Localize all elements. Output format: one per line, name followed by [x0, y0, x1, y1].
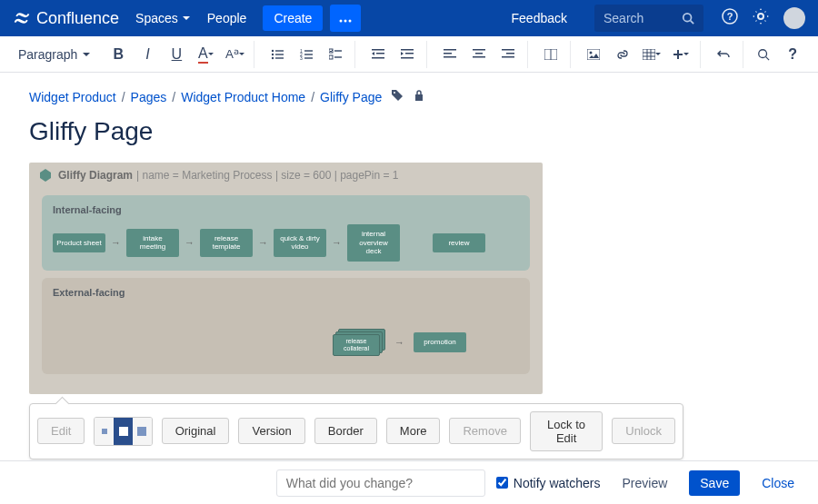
- help-icon[interactable]: ?: [722, 8, 738, 28]
- diagram-node: Product sheet: [53, 233, 105, 253]
- svg-rect-16: [304, 54, 313, 54]
- size-small-button[interactable]: [95, 418, 114, 445]
- macro-original-button[interactable]: Original: [162, 418, 230, 444]
- help-button[interactable]: ?: [780, 41, 805, 68]
- svg-rect-26: [401, 49, 414, 51]
- preview-button[interactable]: Preview: [611, 470, 678, 496]
- svg-rect-10: [275, 54, 284, 54]
- bold-button[interactable]: B: [105, 41, 132, 68]
- diagram-node-stack: release collateral: [333, 329, 385, 356]
- svg-line-4: [691, 21, 694, 25]
- svg-point-49: [759, 49, 767, 57]
- svg-point-11: [272, 56, 274, 58]
- svg-point-51: [394, 92, 395, 94]
- svg-rect-28: [401, 57, 414, 59]
- undo-button[interactable]: [710, 41, 737, 68]
- gear-icon[interactable]: [753, 8, 769, 28]
- macro-more-button[interactable]: More: [386, 418, 441, 444]
- svg-point-9: [272, 53, 274, 54]
- svg-rect-32: [473, 49, 485, 51]
- change-comment-input[interactable]: [276, 469, 485, 497]
- insert-button[interactable]: [667, 41, 694, 68]
- nav-people[interactable]: People: [207, 11, 247, 25]
- macro-lock-button[interactable]: Lock to Edit: [530, 411, 603, 451]
- svg-rect-36: [506, 53, 514, 54]
- more-format-button[interactable]: Aᵃ: [221, 41, 248, 68]
- macro-remove-button[interactable]: Remove: [449, 418, 520, 444]
- svg-rect-40: [587, 49, 600, 60]
- breadcrumb-link[interactable]: Pages: [131, 90, 167, 104]
- save-button[interactable]: Save: [689, 470, 740, 496]
- search-input[interactable]: Search: [594, 5, 703, 32]
- diagram-internal-section: Internal-facing Product sheet→ intake me…: [42, 195, 530, 271]
- confluence-icon: [13, 9, 31, 27]
- text-color-button[interactable]: A: [192, 41, 219, 68]
- svg-rect-27: [405, 53, 414, 54]
- size-medium-button[interactable]: [114, 418, 133, 445]
- diagram-node: intake meeting: [126, 229, 179, 257]
- dots-icon: [339, 19, 352, 23]
- avatar[interactable]: [783, 7, 805, 29]
- nav-spaces[interactable]: Spaces: [135, 11, 191, 25]
- outdent-button[interactable]: [364, 41, 392, 68]
- svg-point-3: [683, 14, 692, 22]
- macro-unlock-button[interactable]: Unlock: [612, 418, 675, 444]
- svg-point-0: [340, 20, 343, 23]
- breadcrumb-link[interactable]: Widget Product: [29, 90, 116, 104]
- macro-border-button[interactable]: Border: [314, 418, 377, 444]
- breadcrumb-link[interactable]: Gliffy Page: [320, 90, 382, 104]
- nav-more-button[interactable]: [330, 5, 361, 32]
- svg-line-50: [766, 56, 770, 60]
- link-button[interactable]: [609, 41, 636, 68]
- svg-rect-42: [643, 49, 655, 60]
- gliffy-macro[interactable]: Gliffy Diagram | name = Marketing Proces…: [29, 163, 543, 394]
- svg-text:3: 3: [300, 55, 303, 61]
- svg-rect-18: [304, 57, 313, 58]
- align-center-button[interactable]: [465, 41, 493, 68]
- size-large-button[interactable]: [133, 418, 152, 445]
- diagram-node: release template: [200, 229, 253, 257]
- svg-point-41: [590, 51, 593, 54]
- diagram-node: review: [433, 233, 485, 253]
- page-title[interactable]: Gliffy Page: [29, 117, 789, 146]
- diagram-node: quick & dirty video: [274, 229, 326, 257]
- app-name: Confluence: [36, 9, 119, 28]
- svg-rect-34: [473, 56, 485, 58]
- app-logo[interactable]: Confluence: [13, 9, 119, 28]
- task-list-button[interactable]: [322, 41, 349, 68]
- svg-rect-33: [475, 53, 483, 54]
- svg-point-1: [344, 20, 347, 23]
- restrictions-icon[interactable]: [413, 89, 425, 104]
- svg-point-7: [272, 49, 274, 51]
- paragraph-select[interactable]: Paragraph: [13, 47, 95, 62]
- image-button[interactable]: [580, 41, 607, 68]
- svg-rect-23: [372, 49, 384, 51]
- nav-feedback[interactable]: Feedback: [512, 11, 567, 25]
- layout-button[interactable]: [537, 41, 564, 68]
- chevron-down-icon: [182, 14, 191, 23]
- svg-rect-35: [502, 49, 514, 51]
- align-right-button[interactable]: [494, 41, 522, 68]
- numbered-list-button[interactable]: 123: [293, 41, 320, 68]
- macro-toolbar: Edit Original Version Border More Remove…: [29, 403, 683, 460]
- svg-rect-30: [444, 53, 452, 54]
- tag-icon[interactable]: [391, 89, 404, 104]
- italic-button[interactable]: I: [134, 41, 161, 68]
- create-button[interactable]: Create: [263, 5, 323, 31]
- indent-button[interactable]: [394, 41, 421, 68]
- breadcrumb: Widget Product/ Pages/ Widget Product Ho…: [29, 89, 789, 104]
- svg-rect-20: [334, 50, 342, 51]
- table-button[interactable]: [638, 41, 665, 68]
- underline-button[interactable]: U: [163, 41, 190, 68]
- bullet-list-button[interactable]: [264, 41, 291, 68]
- svg-rect-29: [444, 49, 456, 51]
- find-button[interactable]: [751, 41, 776, 68]
- svg-rect-25: [372, 57, 384, 59]
- breadcrumb-link[interactable]: Widget Product Home: [181, 90, 305, 104]
- notify-watchers-checkbox[interactable]: Notify watchers: [496, 476, 601, 490]
- search-icon: [682, 12, 694, 25]
- macro-edit-button[interactable]: Edit: [37, 418, 85, 444]
- macro-version-button[interactable]: Version: [238, 418, 304, 444]
- close-button[interactable]: Close: [751, 470, 805, 496]
- align-left-button[interactable]: [436, 41, 464, 68]
